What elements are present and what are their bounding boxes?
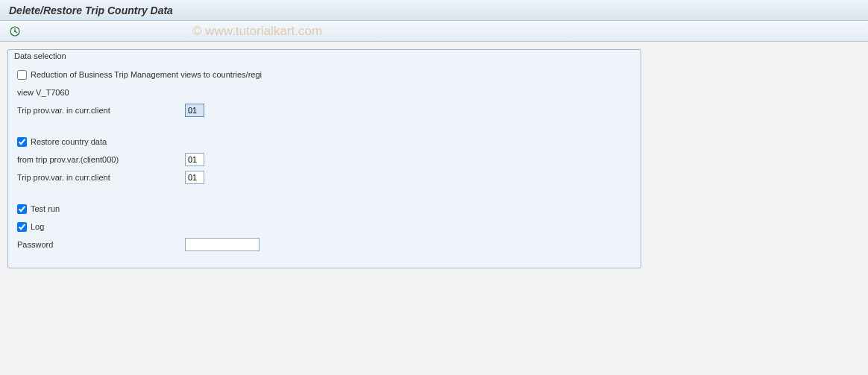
execute-icon[interactable] xyxy=(9,25,21,37)
restore-row: Restore country data xyxy=(17,133,632,150)
reduction-row: Reduction of Business Trip Management vi… xyxy=(17,66,632,83)
from-client000-label: from trip prov.var.(client000) xyxy=(17,155,185,164)
restore-checkbox[interactable] xyxy=(17,137,27,147)
trip-prov-curr2-label: Trip prov.var. in curr.client xyxy=(17,173,185,182)
restore-label: Restore country data xyxy=(31,137,107,146)
trip-prov-curr1-row: Trip prov.var. in curr.client xyxy=(17,102,632,119)
reduction-checkbox[interactable] xyxy=(17,70,27,80)
content-area: Data selection Reduction of Business Tri… xyxy=(0,42,868,276)
page-title: Delete/Restore Trip Country Data xyxy=(9,4,173,16)
svg-point-1 xyxy=(14,31,16,32)
reduction-label: Reduction of Business Trip Management vi… xyxy=(31,70,262,79)
log-row: Log xyxy=(17,218,632,235)
from-client000-row: from trip prov.var.(client000) xyxy=(17,151,632,168)
password-row: Password xyxy=(17,236,632,253)
trip-prov-curr1-label: Trip prov.var. in curr.client xyxy=(17,106,185,115)
toolbar xyxy=(0,21,868,42)
test-run-row: Test run xyxy=(17,201,632,217)
from-client000-input[interactable] xyxy=(185,153,204,166)
title-bar: Delete/Restore Trip Country Data xyxy=(0,0,868,21)
data-selection-group: Data selection Reduction of Business Tri… xyxy=(7,49,641,268)
password-input[interactable] xyxy=(185,238,260,251)
test-run-checkbox[interactable] xyxy=(17,204,27,214)
password-label: Password xyxy=(17,240,185,249)
view-row: view V_T7060 xyxy=(17,84,632,101)
view-label: view V_T7060 xyxy=(17,88,185,97)
test-run-label: Test run xyxy=(31,204,60,213)
trip-prov-curr2-input[interactable] xyxy=(185,171,204,184)
log-checkbox[interactable] xyxy=(17,222,27,232)
log-label: Log xyxy=(31,222,44,231)
trip-prov-curr2-row: Trip prov.var. in curr.client xyxy=(17,169,632,186)
trip-prov-curr1-input[interactable] xyxy=(185,104,204,117)
group-legend: Data selection xyxy=(14,49,69,60)
